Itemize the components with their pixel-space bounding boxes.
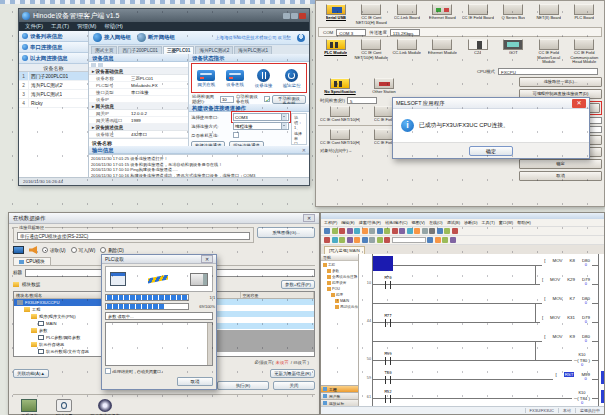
interface-item[interactable]: CC IE Field Board <box>460 3 496 26</box>
nav-tree-row[interactable]: 局部软元件注释 <box>321 304 358 310</box>
radio-icon[interactable] <box>42 247 48 253</box>
progress-titlebar[interactable]: PLC读取 ✕ <box>102 255 216 264</box>
connection-path-list-button[interactable]: 连接路径一览(L)... <box>519 77 602 87</box>
toolbar-button-icon[interactable] <box>332 237 338 243</box>
direct-connect-checkbox[interactable] <box>233 132 239 138</box>
interface-item[interactable]: No Specification <box>318 77 362 96</box>
interface-item[interactable]: CC IE Cont NET/10(H) Board <box>354 3 390 26</box>
close-button[interactable]: 关闭 <box>273 381 315 390</box>
tab-cpu-module[interactable]: CPU模块 <box>13 257 51 265</box>
sidebar-item[interactable]: 串口连接信息 <box>19 42 88 53</box>
ladder-rung[interactable]: 50M99K10─( T80 )0 <box>359 349 604 368</box>
radio-读取(U)[interactable]: 读取(U) <box>42 247 66 253</box>
edit-cursor-cell[interactable] <box>373 256 393 271</box>
menu-item[interactable]: 视图(V) <box>412 220 425 225</box>
melsoft-dialog-titlebar[interactable]: MELSOFT 应用程序 ✕ <box>393 98 589 109</box>
contact-M52[interactable]: M52 <box>381 389 395 403</box>
close-icon[interactable]: ✕ <box>303 214 315 222</box>
toolbar-button-icon[interactable] <box>347 228 353 234</box>
toolbar-button-icon[interactable] <box>384 228 390 234</box>
baud-rate-value[interactable]: 115.2Kbps <box>390 29 420 36</box>
property-group-header[interactable]: ▸ 设备描述信息 <box>89 124 188 131</box>
interface-item[interactable]: C24 <box>460 38 496 66</box>
system-image-button[interactable]: 系统图像(G)... <box>257 227 315 238</box>
toolbar-button-icon[interactable] <box>324 228 330 234</box>
refresh-info-button[interactable]: 更新为最新信息(R) <box>270 369 315 378</box>
device-row[interactable]: 3海兴PLC测试1 <box>19 90 88 99</box>
ladder-editor[interactable]: [MOVK8D80010M70[MOVK29D790[MOVK7D80044M7… <box>359 254 604 406</box>
toolbar-button-icon[interactable] <box>369 237 375 243</box>
interface-item[interactable]: CC-Link Board <box>389 3 425 26</box>
device-tab[interactable]: 西门子200PLC01 <box>118 46 162 54</box>
menu-item[interactable]: 调试(B) <box>447 220 460 225</box>
menu-item[interactable]: 窗口(W) <box>499 220 513 225</box>
interface-item[interactable]: Serial USB <box>318 3 354 26</box>
toolbar-button-icon[interactable] <box>384 237 390 243</box>
instruction[interactable]: [RSTM990 <box>553 372 592 382</box>
contact-M99[interactable]: M99 <box>381 351 395 365</box>
interface-item[interactable]: CC IE Cont NET/10(H) Module <box>354 38 390 66</box>
device-tab[interactable]: 测试主页 <box>91 46 117 54</box>
toolbar-button-icon[interactable] <box>339 237 345 243</box>
radio-icon[interactable] <box>100 247 106 253</box>
toolbar-button-icon[interactable] <box>362 237 368 243</box>
device-row[interactable]: 1西门子200PLC01 <box>19 72 88 81</box>
interface-item[interactable]: Ethernet Module <box>425 38 461 66</box>
ladder-rung[interactable]: 61M52K10─( T84 )0 <box>359 387 604 406</box>
device-tab[interactable]: 海兴PLC测试2 <box>195 46 233 54</box>
output-log[interactable]: 2016/11/30 17:01:25 设备连接通道打开！2016/11/30 … <box>89 154 309 177</box>
contact-M70[interactable]: M70 <box>381 275 395 289</box>
toolbar-dropdown[interactable] <box>392 237 426 243</box>
toolbar-button-icon[interactable] <box>450 237 456 243</box>
sidebar-item[interactable]: 以太网连接信息 <box>19 53 88 64</box>
toolbar-button-icon[interactable] <box>452 228 458 234</box>
interface-item[interactable]: CC IE Field Communication Head Module <box>567 38 603 66</box>
interface-item[interactable]: Ethernet Board <box>425 3 461 26</box>
interface-item[interactable]: CC IE Field Master/Local Module <box>531 38 567 66</box>
connect-network-button[interactable]: 接入网络组 <box>93 33 131 42</box>
ladder-rung[interactable]: [MOVK7D800 <box>359 292 604 311</box>
toolbar-button-icon[interactable] <box>362 228 368 234</box>
interface-item[interactable]: CC-Link Module <box>389 38 425 66</box>
time-check-value[interactable]: 5 <box>347 97 377 104</box>
execute-button[interactable]: 执行(E) <box>217 381 269 390</box>
interface-item[interactable]: CC IE Cont NET/10(H) <box>318 128 362 147</box>
melsoft-ok-button[interactable]: 确定 <box>469 146 513 156</box>
menu-item[interactable]: 工具(T) <box>51 23 69 30</box>
maximize-icon[interactable] <box>291 13 298 19</box>
nav-collapsed-bar[interactable]: 用户库 <box>321 392 358 399</box>
menu-item[interactable]: 诊断(D) <box>464 220 478 225</box>
related-functions-button[interactable]: 关联功能(A)▲ <box>13 369 49 378</box>
radio-写入(W)[interactable]: 写入(W) <box>71 247 96 253</box>
menu-item[interactable]: 搜索/替换(F) <box>359 220 381 225</box>
toolbar-button-icon[interactable] <box>347 237 353 243</box>
cancel-button[interactable]: 取消 <box>177 377 213 386</box>
toolbar-button-icon[interactable] <box>407 228 413 234</box>
nav-collapsed-bar[interactable]: 连接目标 <box>321 399 358 406</box>
instruction[interactable]: [MOVK9D800 <box>542 334 592 344</box>
com-port-value[interactable]: COM 3 <box>336 29 366 36</box>
toolbar-button-icon[interactable] <box>435 237 441 243</box>
dm-titlebar[interactable]: Hinode设备管理客户端 v1.5 <box>19 9 309 22</box>
poll-interval-input[interactable] <box>220 96 234 103</box>
toolbar-button-icon[interactable] <box>392 228 398 234</box>
toolbar-button-icon[interactable] <box>422 228 428 234</box>
toolbar-button-icon[interactable] <box>339 228 345 234</box>
toolbar-button-icon[interactable] <box>354 237 360 243</box>
remote-function[interactable]: 远程操作 <box>21 399 38 415</box>
sidebar-item[interactable]: 设备列表信息 <box>19 31 88 42</box>
interface-item[interactable]: NET(II) Board <box>531 3 567 26</box>
toolbar-button-icon[interactable] <box>442 237 448 243</box>
output-close-icon[interactable]: ✕ <box>302 146 306 154</box>
contact-M77[interactable]: M77 <box>381 313 395 327</box>
close-icon[interactable]: ✕ <box>201 255 213 263</box>
instruction[interactable]: K10─( T80 )0 <box>572 353 592 367</box>
ladder-rung[interactable]: 59T80[RSTM990 <box>359 368 604 387</box>
menu-item[interactable]: 工具(T) <box>482 220 495 225</box>
menu-item[interactable]: 帮助(H) <box>104 23 123 30</box>
radio-删除(D)[interactable]: 删除(D) <box>100 247 124 253</box>
instruction[interactable]: [MOVK7D800 <box>542 296 592 306</box>
toolbar-button-icon[interactable] <box>332 228 338 234</box>
toolbar-button-icon[interactable] <box>354 228 360 234</box>
instruction[interactable]: [MOVK8D800 <box>542 258 592 268</box>
